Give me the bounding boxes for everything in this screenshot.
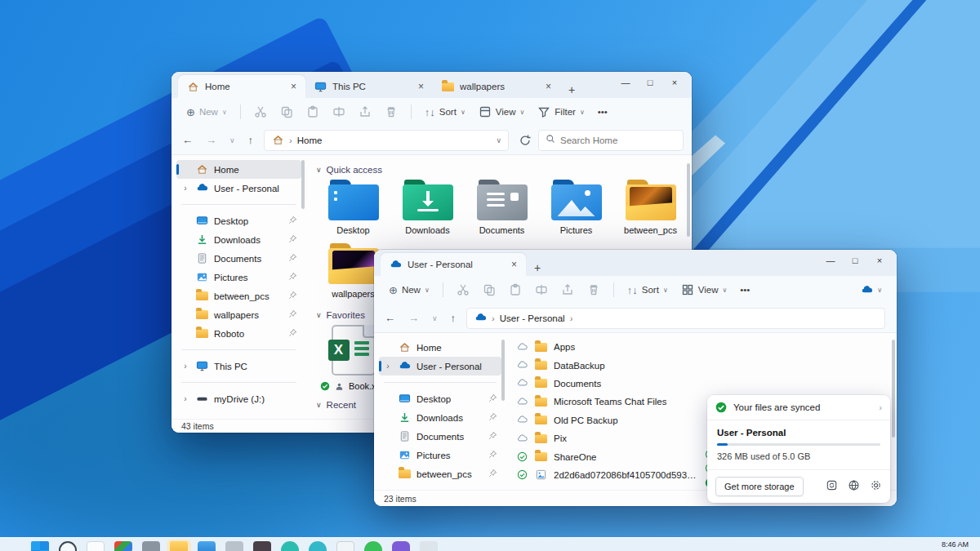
recent-locations-icon[interactable]: ∨	[426, 312, 443, 325]
new-button[interactable]: ⊕ New ∨	[384, 282, 434, 299]
breadcrumb[interactable]: › User - Personal ›	[466, 308, 885, 329]
sort-button[interactable]: ↑↓ Sort ∨	[420, 104, 470, 121]
file-row-old-pc-backup[interactable]: Old PC Backup	[513, 411, 701, 429]
this-pc-app-icon[interactable]	[198, 541, 216, 551]
sidebar-item-mydrive[interactable]: › myDrive (J:)	[176, 389, 301, 408]
minimize-button[interactable]: —	[613, 75, 638, 90]
app-gray-icon[interactable]	[420, 541, 438, 551]
app-icon[interactable]	[142, 541, 160, 551]
maximize-button[interactable]: □	[638, 75, 662, 90]
up-icon[interactable]: ↑	[243, 131, 260, 149]
tab-wallpapers[interactable]: wallpapers ×	[433, 75, 560, 98]
share-icon[interactable]	[359, 105, 372, 118]
folder-item-pictures[interactable]: Pictures	[539, 180, 613, 235]
file-row-image-file[interactable]: 2d2d6ad072086bf4105700d5935439...	[513, 466, 701, 484]
file-row-apps[interactable]: Apps	[513, 338, 701, 356]
widgets-icon[interactable]	[87, 541, 105, 551]
whatsapp-icon[interactable]	[364, 541, 382, 551]
sidebar-item-between-pcs[interactable]: between_pcs	[379, 464, 501, 483]
folder-item-desktop[interactable]: Desktop	[316, 180, 390, 235]
section-quick-access[interactable]: ∨ Quick access	[316, 165, 680, 175]
sidebar-item-this-pc[interactable]: › This PC	[176, 357, 301, 375]
sidebar-scrollbar[interactable]	[501, 340, 505, 401]
recent-locations-icon[interactable]: ∨	[224, 134, 241, 147]
app-circle-icon[interactable]	[309, 541, 327, 551]
folder-item-documents[interactable]: Documents	[465, 180, 539, 235]
content-scrollbar[interactable]	[687, 163, 690, 237]
breadcrumb-item[interactable]: Home	[297, 136, 323, 145]
sidebar-item-home[interactable]: Home	[379, 338, 501, 357]
app-purple-icon[interactable]	[392, 541, 410, 551]
chevron-right-icon[interactable]: ›	[181, 394, 189, 403]
chevron-right-icon[interactable]: ›	[384, 362, 392, 371]
tab-close-icon[interactable]: ×	[543, 81, 554, 92]
keyboard-app-icon[interactable]	[336, 541, 354, 551]
file-explorer-icon[interactable]	[170, 541, 188, 551]
sidebar-item-documents[interactable]: Documents	[176, 249, 301, 268]
cut-icon[interactable]	[254, 105, 267, 118]
new-button[interactable]: ⊕ New ∨	[181, 104, 232, 121]
globe-icon[interactable]	[848, 479, 860, 494]
sidebar-item-roboto[interactable]: Roboto	[176, 324, 301, 343]
sidebar-item-pictures[interactable]: Pictures	[379, 446, 501, 464]
copy-icon[interactable]	[483, 283, 496, 296]
search-input[interactable]	[560, 136, 676, 145]
more-options-button[interactable]: •••	[735, 282, 755, 298]
chevron-right-icon[interactable]: ›	[879, 402, 882, 412]
forward-icon[interactable]: →	[200, 131, 222, 149]
sidebar-item-wallpapers[interactable]: wallpapers	[176, 305, 301, 324]
refresh-icon[interactable]	[519, 134, 532, 147]
photos-app-icon[interactable]	[253, 541, 271, 551]
minimize-button[interactable]: —	[818, 253, 843, 268]
breadcrumb[interactable]: › Home ∨	[264, 130, 509, 151]
sidebar-item-home[interactable]: Home	[176, 160, 301, 179]
sidebar-item-desktop[interactable]: Desktop	[176, 211, 301, 230]
file-row-pix[interactable]: Pix	[513, 429, 701, 447]
sidebar-item-documents[interactable]: Documents	[379, 427, 501, 446]
chevron-right-icon[interactable]: ›	[181, 362, 189, 371]
forward-icon[interactable]: →	[403, 309, 425, 327]
view-button[interactable]: View ∨	[676, 280, 733, 300]
rename-icon[interactable]	[535, 283, 548, 296]
folder-item-between-pcs[interactable]: between_pcs	[613, 180, 688, 235]
chevron-down-icon[interactable]: ∨	[496, 136, 501, 144]
delete-icon[interactable]	[385, 105, 398, 118]
settings-gear-icon[interactable]	[870, 479, 882, 494]
file-row-shareone[interactable]: ShareOne	[513, 447, 701, 465]
breadcrumb-item[interactable]: User - Personal	[500, 313, 565, 323]
tab-this-pc[interactable]: This PC ×	[305, 75, 433, 98]
cut-icon[interactable]	[457, 283, 470, 296]
file-row-documents[interactable]: Documents	[513, 375, 701, 393]
tab-home[interactable]: Home ×	[178, 75, 305, 98]
sidebar-item-downloads[interactable]: Downloads	[176, 230, 301, 249]
printer-app-icon[interactable]	[225, 541, 243, 551]
start-button-icon[interactable]	[31, 541, 49, 551]
tab-close-icon[interactable]: ×	[288, 81, 299, 92]
get-more-storage-button[interactable]: Get more storage	[715, 477, 804, 496]
sync-status-row[interactable]: Your files are synced ›	[707, 395, 890, 420]
tab-close-icon[interactable]: ×	[416, 81, 426, 92]
search-box[interactable]	[538, 130, 684, 151]
search-icon[interactable]	[59, 541, 77, 551]
sidebar-item-between-pcs[interactable]: between_pcs	[176, 287, 301, 305]
paste-icon[interactable]	[306, 105, 319, 118]
sidebar-item-pictures[interactable]: Pictures	[176, 268, 301, 287]
sidebar-item-downloads[interactable]: Downloads	[379, 408, 501, 427]
share-icon[interactable]	[561, 283, 574, 296]
taskbar[interactable]: 8:46 AM	[0, 537, 980, 551]
up-icon[interactable]: ↑	[445, 309, 462, 327]
new-tab-button[interactable]: +	[526, 260, 549, 276]
new-tab-button[interactable]: +	[560, 82, 583, 98]
sort-button[interactable]: ↑↓ Sort ∨	[622, 282, 673, 299]
view-button[interactable]: View ∨	[474, 102, 530, 122]
chevron-right-icon[interactable]: ›	[181, 184, 189, 193]
close-button[interactable]: ×	[867, 253, 892, 268]
recycle-bin-icon[interactable]	[826, 479, 838, 494]
rename-icon[interactable]	[332, 105, 345, 118]
tab-user-personal[interactable]: User - Personal ×	[381, 253, 526, 276]
back-icon[interactable]: ←	[379, 309, 401, 327]
onedrive-status-button[interactable]: ∨	[855, 280, 887, 300]
folder-item-downloads[interactable]: Downloads	[390, 180, 465, 235]
sidebar-item-onedrive[interactable]: › User - Personal	[379, 357, 501, 375]
file-row-teams-chat-files[interactable]: Microsoft Teams Chat Files	[513, 393, 701, 411]
